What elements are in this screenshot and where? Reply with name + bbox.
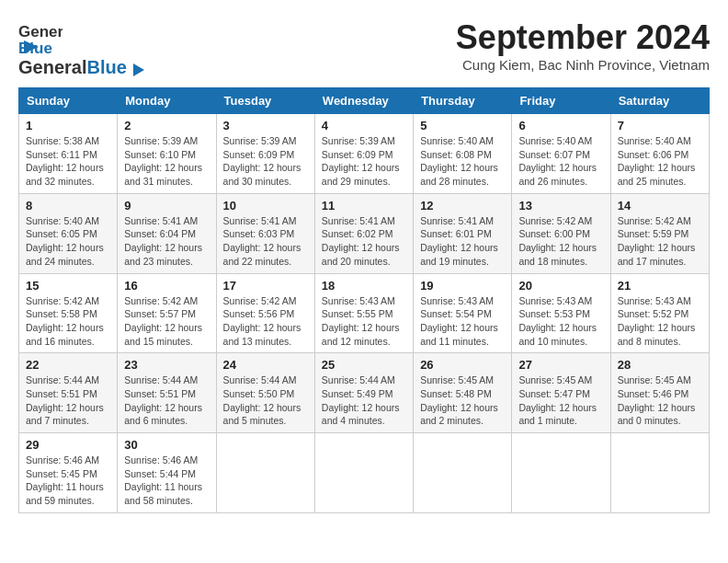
calendar-cell: 1 Sunrise: 5:38 AMSunset: 6:11 PMDayligh… bbox=[19, 114, 118, 194]
day-number: 19 bbox=[420, 279, 505, 293]
day-number: 21 bbox=[618, 279, 702, 293]
day-number: 22 bbox=[26, 358, 110, 372]
calendar-cell bbox=[610, 433, 709, 513]
day-number: 2 bbox=[124, 119, 209, 132]
calendar-cell: 10 Sunrise: 5:41 AMSunset: 6:03 PMDaylig… bbox=[216, 193, 314, 273]
day-info: Sunrise: 5:45 AMSunset: 5:48 PMDaylight:… bbox=[420, 374, 498, 426]
month-title: September 2024 bbox=[456, 18, 710, 57]
calendar-cell: 16 Sunrise: 5:42 AMSunset: 5:57 PMDaylig… bbox=[118, 273, 216, 353]
day-info: Sunrise: 5:44 AMSunset: 5:49 PMDaylight:… bbox=[322, 374, 400, 426]
day-info: Sunrise: 5:39 AMSunset: 6:09 PMDaylight:… bbox=[223, 135, 301, 187]
calendar-cell: 4 Sunrise: 5:39 AMSunset: 6:09 PMDayligh… bbox=[314, 114, 413, 194]
calendar-body: 1 Sunrise: 5:38 AMSunset: 6:11 PMDayligh… bbox=[19, 114, 710, 513]
day-info: Sunrise: 5:46 AMSunset: 5:44 PMDaylight:… bbox=[124, 454, 202, 506]
logo-general: General bbox=[18, 57, 86, 77]
day-number: 16 bbox=[124, 279, 209, 293]
weekday-wednesday: Wednesday bbox=[314, 88, 413, 114]
logo: General Blue GeneralBlue bbox=[18, 18, 144, 78]
day-info: Sunrise: 5:41 AMSunset: 6:01 PMDaylight:… bbox=[420, 215, 498, 267]
day-number: 20 bbox=[518, 279, 603, 293]
day-number: 14 bbox=[618, 199, 702, 213]
day-info: Sunrise: 5:43 AMSunset: 5:53 PMDaylight:… bbox=[518, 295, 597, 347]
calendar-cell bbox=[512, 433, 610, 513]
day-number: 18 bbox=[322, 279, 406, 293]
weekday-sunday: Sunday bbox=[19, 88, 118, 114]
day-number: 24 bbox=[223, 358, 308, 372]
day-number: 9 bbox=[124, 199, 209, 213]
calendar-cell: 26 Sunrise: 5:45 AMSunset: 5:48 PMDaylig… bbox=[414, 353, 512, 433]
calendar-cell: 8 Sunrise: 5:40 AMSunset: 6:05 PMDayligh… bbox=[19, 193, 118, 273]
calendar-week-2: 8 Sunrise: 5:40 AMSunset: 6:05 PMDayligh… bbox=[19, 193, 710, 273]
calendar-week-5: 29 Sunrise: 5:46 AMSunset: 5:45 PMDaylig… bbox=[19, 433, 710, 513]
day-number: 1 bbox=[26, 119, 110, 132]
calendar-week-4: 22 Sunrise: 5:44 AMSunset: 5:51 PMDaylig… bbox=[19, 353, 710, 433]
logo-triangle-icon bbox=[133, 63, 144, 76]
day-info: Sunrise: 5:44 AMSunset: 5:51 PMDaylight:… bbox=[26, 374, 104, 426]
calendar-week-1: 1 Sunrise: 5:38 AMSunset: 6:11 PMDayligh… bbox=[19, 114, 710, 194]
day-number: 6 bbox=[518, 119, 603, 132]
day-info: Sunrise: 5:39 AMSunset: 6:10 PMDaylight:… bbox=[124, 135, 202, 187]
calendar-cell: 9 Sunrise: 5:41 AMSunset: 6:04 PMDayligh… bbox=[118, 193, 216, 273]
day-info: Sunrise: 5:40 AMSunset: 6:08 PMDaylight:… bbox=[420, 135, 498, 187]
weekday-thursday: Thursday bbox=[414, 88, 512, 114]
svg-text:General: General bbox=[18, 23, 63, 40]
calendar-cell: 21 Sunrise: 5:43 AMSunset: 5:52 PMDaylig… bbox=[610, 273, 709, 353]
calendar-cell: 19 Sunrise: 5:43 AMSunset: 5:54 PMDaylig… bbox=[414, 273, 512, 353]
calendar-cell: 3 Sunrise: 5:39 AMSunset: 6:09 PMDayligh… bbox=[216, 114, 314, 194]
day-number: 11 bbox=[322, 199, 406, 213]
calendar-week-3: 15 Sunrise: 5:42 AMSunset: 5:58 PMDaylig… bbox=[19, 273, 710, 353]
day-info: Sunrise: 5:40 AMSunset: 6:05 PMDaylight:… bbox=[26, 215, 104, 267]
logo-blue: Blue bbox=[86, 57, 126, 77]
calendar-cell: 23 Sunrise: 5:44 AMSunset: 5:51 PMDaylig… bbox=[118, 353, 216, 433]
calendar-cell: 25 Sunrise: 5:44 AMSunset: 5:49 PMDaylig… bbox=[314, 353, 413, 433]
day-info: Sunrise: 5:45 AMSunset: 5:47 PMDaylight:… bbox=[518, 374, 597, 426]
day-number: 27 bbox=[518, 358, 603, 372]
day-number: 3 bbox=[223, 119, 308, 132]
day-info: Sunrise: 5:41 AMSunset: 6:04 PMDaylight:… bbox=[124, 215, 202, 267]
day-info: Sunrise: 5:42 AMSunset: 5:56 PMDaylight:… bbox=[223, 295, 301, 347]
calendar-cell bbox=[216, 433, 314, 513]
weekday-tuesday: Tuesday bbox=[216, 88, 314, 114]
day-info: Sunrise: 5:40 AMSunset: 6:06 PMDaylight:… bbox=[618, 135, 696, 187]
day-info: Sunrise: 5:38 AMSunset: 6:11 PMDaylight:… bbox=[26, 135, 104, 187]
calendar-cell: 11 Sunrise: 5:41 AMSunset: 6:02 PMDaylig… bbox=[314, 193, 413, 273]
day-info: Sunrise: 5:44 AMSunset: 5:50 PMDaylight:… bbox=[223, 374, 301, 426]
calendar-cell: 2 Sunrise: 5:39 AMSunset: 6:10 PMDayligh… bbox=[118, 114, 216, 194]
header: General Blue GeneralBlue September 2024 … bbox=[18, 18, 710, 78]
day-number: 8 bbox=[26, 199, 110, 213]
day-number: 17 bbox=[223, 279, 308, 293]
day-number: 10 bbox=[223, 199, 308, 213]
day-info: Sunrise: 5:40 AMSunset: 6:07 PMDaylight:… bbox=[518, 135, 597, 187]
day-number: 4 bbox=[322, 119, 406, 132]
day-info: Sunrise: 5:44 AMSunset: 5:51 PMDaylight:… bbox=[124, 374, 202, 426]
calendar-cell: 24 Sunrise: 5:44 AMSunset: 5:50 PMDaylig… bbox=[216, 353, 314, 433]
day-number: 23 bbox=[124, 358, 209, 372]
calendar-cell: 15 Sunrise: 5:42 AMSunset: 5:58 PMDaylig… bbox=[19, 273, 118, 353]
day-info: Sunrise: 5:43 AMSunset: 5:55 PMDaylight:… bbox=[322, 295, 400, 347]
calendar-cell: 13 Sunrise: 5:42 AMSunset: 6:00 PMDaylig… bbox=[512, 193, 610, 273]
svg-text:Blue: Blue bbox=[18, 40, 52, 55]
day-number: 13 bbox=[518, 199, 603, 213]
day-number: 12 bbox=[420, 199, 505, 213]
day-number: 26 bbox=[420, 358, 505, 372]
calendar-cell: 17 Sunrise: 5:42 AMSunset: 5:56 PMDaylig… bbox=[216, 273, 314, 353]
calendar-cell: 14 Sunrise: 5:42 AMSunset: 5:59 PMDaylig… bbox=[610, 193, 709, 273]
weekday-saturday: Saturday bbox=[610, 88, 709, 114]
day-info: Sunrise: 5:41 AMSunset: 6:03 PMDaylight:… bbox=[223, 215, 301, 267]
day-info: Sunrise: 5:43 AMSunset: 5:52 PMDaylight:… bbox=[618, 295, 696, 347]
day-info: Sunrise: 5:42 AMSunset: 5:57 PMDaylight:… bbox=[124, 295, 202, 347]
weekday-friday: Friday bbox=[512, 88, 610, 114]
day-number: 7 bbox=[618, 119, 702, 132]
day-info: Sunrise: 5:45 AMSunset: 5:46 PMDaylight:… bbox=[618, 374, 696, 426]
calendar-cell: 5 Sunrise: 5:40 AMSunset: 6:08 PMDayligh… bbox=[414, 114, 512, 194]
day-info: Sunrise: 5:42 AMSunset: 5:58 PMDaylight:… bbox=[26, 295, 104, 347]
title-block: September 2024 Cung Kiem, Bac Ninh Provi… bbox=[456, 18, 710, 73]
calendar-cell: 6 Sunrise: 5:40 AMSunset: 6:07 PMDayligh… bbox=[512, 114, 610, 194]
day-number: 30 bbox=[124, 438, 209, 452]
calendar-cell: 7 Sunrise: 5:40 AMSunset: 6:06 PMDayligh… bbox=[610, 114, 709, 194]
calendar-cell bbox=[414, 433, 512, 513]
day-number: 28 bbox=[618, 358, 702, 372]
calendar-cell: 30 Sunrise: 5:46 AMSunset: 5:44 PMDaylig… bbox=[118, 433, 216, 513]
calendar-cell: 20 Sunrise: 5:43 AMSunset: 5:53 PMDaylig… bbox=[512, 273, 610, 353]
logo-icon: General Blue bbox=[18, 18, 63, 55]
